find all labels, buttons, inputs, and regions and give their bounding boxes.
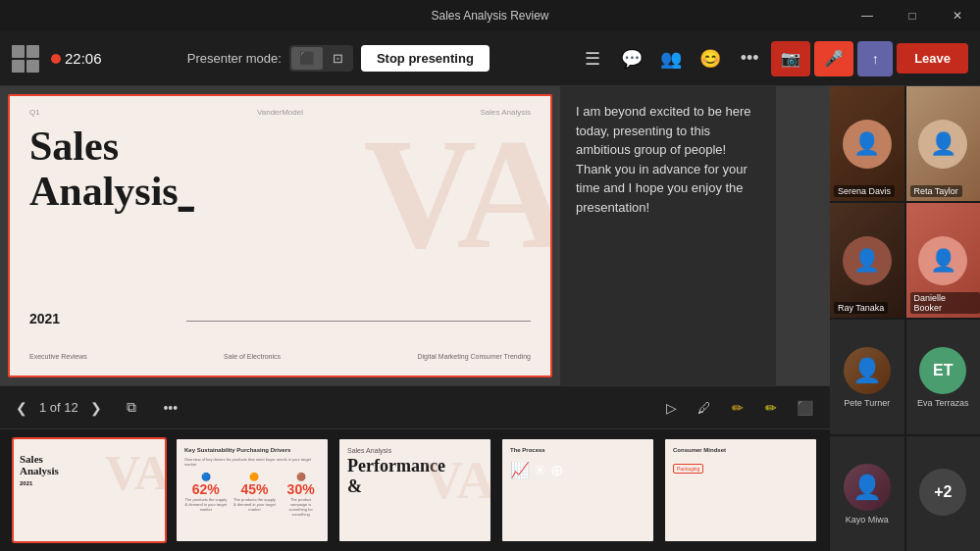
menu-icon[interactable]: ☰	[575, 41, 610, 76]
serena-label: Serena Davis	[834, 185, 895, 197]
strip-slide-2-stats: 🔵 62% The products the supply & demand i…	[184, 473, 320, 517]
presenter-mode-screen[interactable]: ⬛	[291, 47, 323, 70]
presenter-mode-label: Presenter mode:	[187, 51, 282, 66]
share-button[interactable]: ↑	[857, 41, 893, 76]
slide-tools: ▷ 🖊 ✏ ✏ ⬛	[657, 394, 818, 422]
prev-slide-button[interactable]: ❮	[12, 398, 31, 418]
strip-slide-2-content: Key Sustainability Purchasing Drivers Ov…	[177, 439, 328, 525]
slide-brand-label: VanderModel	[257, 108, 303, 117]
video-button[interactable]: 📷	[771, 41, 810, 76]
window-title: Sales Analysis Review	[431, 9, 548, 23]
video-tile-danielle[interactable]: 👤 Danielle Booker	[906, 203, 981, 318]
sticker-tool-button[interactable]: ⬛	[791, 394, 818, 422]
strip-slide-2-inner: Key Sustainability Purchasing Drivers Ov…	[177, 439, 328, 541]
diagram-network-icon: ✳	[534, 461, 546, 479]
kayo-name: Kayo Miwa	[846, 515, 889, 525]
slide-line	[186, 321, 531, 322]
pointer-tool-button[interactable]: ▷	[657, 394, 685, 422]
slide-strip: SalesAnalysis 2021 VA 1 Key Sustainabili…	[0, 428, 830, 551]
slide-counter: 1 of 12	[39, 400, 78, 415]
ray-face: 👤	[843, 236, 892, 285]
strip-slide-3-watermark: VA	[425, 449, 490, 511]
slide-footer-right: Digital Marketing Consumer Trending	[417, 353, 531, 360]
reta-video-bg: 👤	[906, 86, 981, 201]
stat-30-label: The product campaign is something for so…	[282, 497, 320, 517]
pen-tool-button[interactable]: 🖊	[691, 394, 718, 422]
presenter-mode-picture[interactable]: ⊡	[325, 47, 351, 70]
people-icon[interactable]: 👥	[653, 41, 689, 76]
video-row-2: 👤 Ray Tanaka 👤 Danielle Booker	[830, 203, 980, 318]
stat-30: 🟤 30% The product campaign is something …	[282, 473, 320, 517]
danielle-label: Danielle Booker	[910, 292, 981, 314]
strip-slide-5[interactable]: Consumer Mindset Packaging	[663, 437, 818, 543]
more-options-icon[interactable]: •••	[732, 41, 767, 76]
strip-slide-5-title: Consumer Mindset	[673, 447, 808, 453]
strip-slide-5-content: Consumer Mindset Packaging	[665, 439, 816, 485]
slide-watermark: VA	[364, 116, 552, 273]
avatar-tile-kayo[interactable]: 👤 Kayo Miwa	[830, 436, 904, 551]
slide-navigation: ❮ 1 of 12 ❯	[12, 398, 106, 418]
diagram-chart-icon: 📈	[510, 461, 530, 479]
next-slide-button[interactable]: ❯	[86, 398, 106, 418]
strip-slide-3[interactable]: Sales Analysis Performance& VA	[337, 437, 492, 543]
stat-45: 🟠 45% The products the supply & demand i…	[233, 473, 277, 517]
stat-45-pct: 45%	[233, 481, 277, 497]
strip-slide-2-title: Key Sustainability Purchasing Drivers	[184, 447, 320, 453]
strip-slide-4[interactable]: The Process 📈 ✳ ⊕	[500, 437, 655, 543]
slide-title-line1: Sales	[29, 124, 194, 169]
serena-video-bg: 👤	[830, 86, 904, 201]
video-tile-serena[interactable]: 👤 Serena Davis	[830, 86, 904, 201]
copy-slide-button[interactable]: ⧉	[118, 394, 145, 422]
chat-icon[interactable]: 💬	[614, 41, 649, 76]
maximize-button[interactable]: □	[890, 0, 935, 31]
kayo-avatar: 👤	[844, 464, 891, 511]
pete-name: Pete Turner	[844, 398, 890, 408]
video-row-1: 👤 Serena Davis 👤 Reta Taylor	[830, 86, 980, 201]
slide-year: 2021	[29, 311, 60, 326]
mic-button[interactable]: 🎤	[814, 41, 853, 76]
diagram-flow-icon: ⊕	[550, 461, 563, 479]
more-count: +2	[919, 469, 966, 516]
slide-q1-label: Q1	[29, 108, 40, 117]
slide-footer-mid: Sale of Electronics	[224, 353, 281, 360]
avatar-tile-eva[interactable]: ET Eva Terrazas	[906, 320, 981, 434]
slide-title: Sales Analysis_	[29, 124, 194, 214]
stat-62: 🔵 62% The products the supply & demand i…	[184, 473, 228, 517]
avatar-tile-pete[interactable]: 👤 Pete Turner	[830, 320, 904, 434]
strip-slide-2[interactable]: Key Sustainability Purchasing Drivers Ov…	[175, 437, 330, 543]
strip-slide-1[interactable]: SalesAnalysis 2021 VA	[12, 437, 167, 543]
video-tile-reta[interactable]: 👤 Reta Taylor	[906, 86, 981, 201]
strip-slide-4-inner: The Process 📈 ✳ ⊕	[502, 439, 653, 541]
window-controls: — □ ✕	[845, 0, 980, 31]
more-slide-options-button[interactable]: •••	[157, 394, 184, 422]
slide-controls: ❮ 1 of 12 ❯ ⧉ ••• ▷ 🖊 ✏ ✏ ⬛	[0, 385, 830, 428]
highlight-tool-button[interactable]: ✏	[724, 394, 751, 422]
presenter-notes: I am beyond excited to be here today, pr…	[560, 86, 776, 385]
strip-slide-4-diagrams: 📈 ✳ ⊕	[510, 461, 645, 479]
strip-slide-3-inner: Sales Analysis Performance& VA	[339, 439, 490, 541]
apps-icon[interactable]	[12, 45, 39, 73]
pete-avatar-img: 👤	[844, 347, 891, 394]
stop-presenting-button[interactable]: Stop presenting	[361, 45, 490, 72]
main-content: Q1 VanderModel Sales Analysis Sales Anal…	[0, 86, 980, 551]
call-timer: 22:06	[51, 50, 102, 67]
ray-label: Ray Tanaka	[834, 302, 888, 314]
leave-button[interactable]: Leave	[897, 43, 968, 74]
pete-avatar: 👤	[844, 347, 891, 394]
highlighter2-tool-button[interactable]: ✏	[757, 394, 785, 422]
danielle-face: 👤	[918, 236, 967, 285]
eva-initials: ET	[919, 347, 966, 394]
minimize-button[interactable]: —	[845, 0, 890, 31]
more-participants-tile[interactable]: +2	[906, 436, 981, 551]
reactions-icon[interactable]: 😊	[693, 41, 728, 76]
strip-slide-4-content: The Process 📈 ✳ ⊕	[502, 439, 653, 487]
video-row-4: 👤 Kayo Miwa +2	[830, 436, 980, 551]
title-bar: Sales Analysis Review — □ ✕	[0, 0, 980, 31]
eva-name: Eva Terrazas	[917, 398, 968, 408]
stat-62-pct: 62%	[184, 481, 228, 497]
slide-footer: Executive Reviews Sale of Electronics Di…	[29, 353, 531, 360]
presenter-mode-buttons: ⬛ ⊡	[289, 45, 353, 72]
stat-30-pct: 30%	[282, 481, 320, 497]
video-tile-ray[interactable]: 👤 Ray Tanaka	[830, 203, 904, 318]
close-button[interactable]: ✕	[935, 0, 980, 31]
